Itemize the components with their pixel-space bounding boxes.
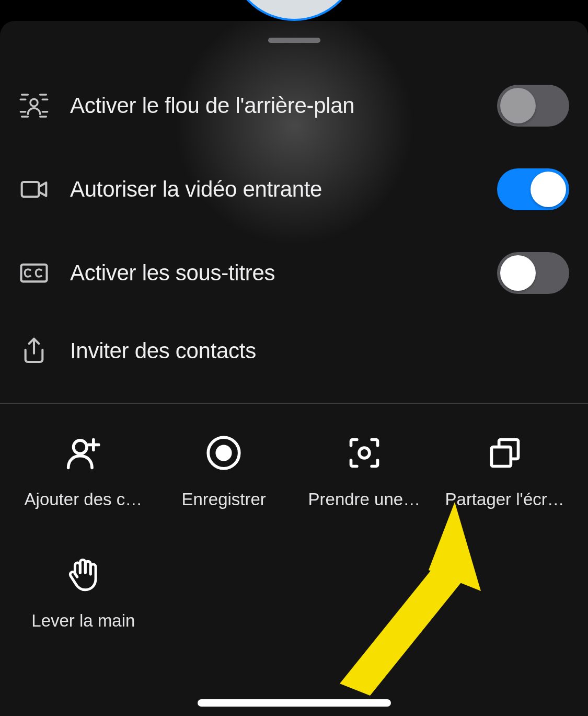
- svg-rect-9: [22, 182, 39, 197]
- action-record[interactable]: Enregistrer: [156, 435, 292, 556]
- svg-point-11: [74, 440, 87, 454]
- avatar: [229, 0, 360, 21]
- svg-point-8: [30, 99, 38, 106]
- row-background-blur[interactable]: Activer le flou de l'arrière-plan: [0, 64, 588, 147]
- share-screen-icon: [487, 435, 523, 471]
- row-invite-contacts[interactable]: Inviter des contacts: [0, 315, 588, 387]
- snapshot-icon: [347, 435, 382, 471]
- row-label: Autoriser la vidéo entrante: [70, 177, 476, 202]
- svg-point-15: [216, 445, 232, 461]
- svg-point-16: [359, 448, 370, 458]
- action-label: Lever la main: [20, 611, 147, 631]
- action-raise-hand[interactable]: Lever la main: [16, 556, 151, 678]
- record-icon: [206, 435, 241, 471]
- action-add-contacts[interactable]: Ajouter des c…: [16, 435, 151, 556]
- action-label: Prendre une…: [301, 490, 428, 509]
- toggle-subtitles[interactable]: [497, 252, 569, 294]
- row-label: Inviter des contacts: [70, 338, 569, 363]
- actions-grid: Ajouter des c… Enregistrer: [0, 404, 588, 678]
- svg-rect-17: [491, 447, 511, 467]
- home-indicator[interactable]: [198, 699, 391, 707]
- row-subtitles[interactable]: Activer les sous-titres: [0, 231, 588, 315]
- toggle-blur[interactable]: [497, 85, 569, 127]
- video-icon: [19, 174, 49, 204]
- action-label: Enregistrer: [160, 490, 287, 509]
- row-label: Activer les sous-titres: [70, 260, 476, 286]
- row-incoming-video[interactable]: Autoriser la vidéo entrante: [0, 147, 588, 231]
- action-snapshot[interactable]: Prendre une…: [297, 435, 432, 556]
- toggle-incoming-video[interactable]: [497, 168, 569, 210]
- row-label: Activer le flou de l'arrière-plan: [70, 93, 476, 118]
- sheet-grabber[interactable]: [268, 38, 320, 43]
- share-icon: [19, 336, 49, 366]
- cc-icon: [19, 258, 49, 288]
- action-share-screen[interactable]: Partager l'écr…: [437, 435, 572, 556]
- blur-icon: [19, 90, 49, 121]
- hand-icon: [65, 556, 101, 592]
- add-person-icon: [65, 435, 101, 471]
- action-label: Partager l'écr…: [441, 490, 568, 509]
- action-label: Ajouter des c…: [20, 490, 147, 509]
- options-sheet: Activer le flou de l'arrière-plan Autori…: [0, 21, 588, 716]
